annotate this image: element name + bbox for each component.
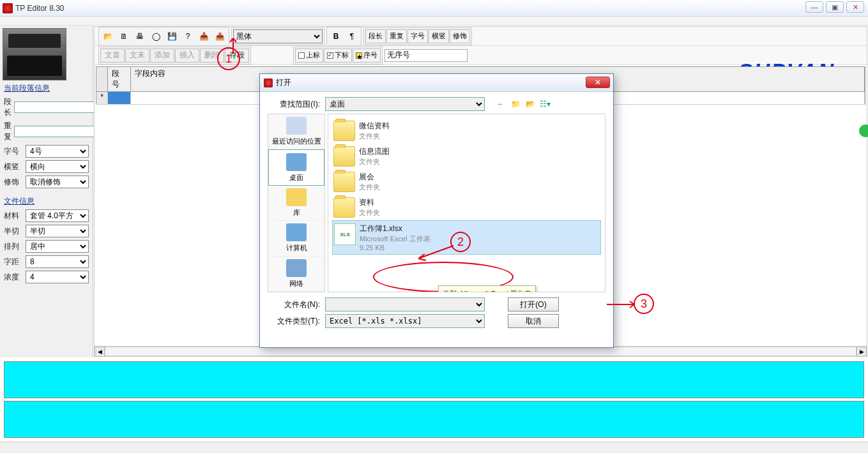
filetype-select[interactable]: Excel [*.xls *.xlsx]: [325, 314, 485, 328]
app-icon: [3, 3, 13, 13]
filetype-label: 文件类型(T):: [268, 316, 320, 327]
section-paragraph-info: 当前段落信息: [1, 82, 91, 95]
new-icon[interactable]: 🗎: [116, 29, 132, 44]
open-icon[interactable]: 📂: [100, 29, 116, 44]
btn-add[interactable]: 添加: [150, 49, 174, 63]
grid-corner: [96, 67, 108, 91]
print-icon[interactable]: 🖶: [132, 29, 148, 44]
filename-select[interactable]: [325, 297, 485, 311]
export-icon[interactable]: 📤: [212, 29, 227, 44]
folder-item[interactable]: 资料文件夹: [332, 195, 601, 220]
select-align[interactable]: 居中: [26, 240, 89, 253]
btn-fontsize[interactable]: 字号: [407, 29, 428, 43]
btn-doc-end[interactable]: 文末: [125, 49, 149, 63]
filename-label: 文件名(N):: [268, 299, 320, 310]
folder-icon: [333, 121, 355, 141]
label-orientation: 横竖: [4, 161, 23, 172]
btn-repeat[interactable]: 重复: [386, 29, 407, 43]
chk-sequence[interactable]: ★序号: [353, 49, 381, 63]
file-item-xlsx[interactable]: XLS 工作簿1.xlsx Microsoft Excel 工作表 9.25 K…: [332, 220, 601, 255]
label-spacing: 字距: [4, 257, 23, 267]
side-indicator-icon: [859, 124, 868, 137]
folder-item[interactable]: 信息流图文件夹: [332, 144, 601, 169]
btn-delete-seg[interactable]: 删段: [200, 49, 224, 63]
minimize-button[interactable]: —: [805, 1, 823, 13]
up-folder-icon[interactable]: 📁: [510, 98, 521, 110]
lookin-label: 查找范围(I):: [268, 99, 320, 110]
back-icon[interactable]: ←: [495, 98, 506, 110]
dialog-title: 打开: [276, 77, 291, 88]
label-material: 材料: [4, 211, 23, 221]
view-menu-icon[interactable]: ☷▾: [539, 98, 551, 110]
device-preview-image: [3, 28, 66, 80]
lookin-select[interactable]: 桌面: [325, 97, 485, 111]
scroll-track[interactable]: [105, 347, 857, 356]
close-button[interactable]: ✕: [846, 1, 864, 13]
select-material[interactable]: 套管 4.0平方: [26, 209, 89, 222]
select-density[interactable]: 4: [26, 271, 89, 283]
btn-doc-start[interactable]: 文首: [100, 49, 125, 63]
place-libraries[interactable]: 库: [268, 186, 324, 221]
btn-save-seg[interactable]: 存段: [225, 49, 249, 63]
select-spacing[interactable]: 8: [26, 255, 89, 268]
chk-superscript[interactable]: 上标: [295, 49, 323, 63]
tooltip-line: 类型: Microsoft Excel 工作表: [443, 288, 531, 292]
folder-icon: [333, 146, 355, 167]
window-title: TP Editor 8.30: [15, 4, 65, 13]
scroll-left-icon[interactable]: ◀: [95, 347, 105, 357]
excel-file-icon: XLS: [334, 223, 356, 245]
maximize-button[interactable]: ▣: [826, 1, 844, 13]
font-select[interactable]: 黑体: [233, 29, 323, 43]
btn-seglen[interactable]: 段长: [365, 29, 386, 43]
label-halfcut: 半切: [4, 226, 23, 237]
file-tooltip: 类型: Microsoft Excel 工作表 大小: 9.25 KB 修改日期…: [438, 285, 536, 292]
dialog-close-button[interactable]: ✕: [586, 77, 610, 88]
section-file-info: 文件信息: [1, 195, 91, 208]
btn-insert[interactable]: 插入: [175, 49, 199, 63]
left-panel: 当前段落信息 段长 重复 字号4号 横竖横向 修饰取消修饰 文件信息 材料套管 …: [0, 26, 93, 357]
folder-icon: [333, 197, 355, 218]
bold-button[interactable]: B: [328, 29, 344, 44]
place-desktop[interactable]: 桌面: [268, 149, 324, 185]
folder-icon: [333, 172, 355, 192]
scroll-right-icon[interactable]: ▶: [857, 347, 867, 357]
label-density: 浓度: [4, 272, 23, 283]
select-halfcut[interactable]: 半切: [26, 225, 89, 237]
btn-orientation[interactable]: 横竖: [429, 29, 449, 43]
window-controls: — ▣ ✕: [805, 1, 864, 13]
toolbar-main: 📂 🗎 🖶 ◯ 💾 ? 📥 📤 黑体 B ¶ 段长 重复 字号 横竖: [95, 27, 867, 46]
status-bar: [0, 442, 868, 453]
pilcrow-button[interactable]: ¶: [344, 29, 360, 44]
select-fontsize[interactable]: 4号: [26, 145, 89, 158]
cancel-button[interactable]: 取消: [508, 314, 559, 328]
grid-cell-segno[interactable]: [108, 92, 131, 104]
place-computer[interactable]: 计算机: [268, 221, 324, 256]
open-button[interactable]: 打开(O): [508, 297, 559, 311]
label-preview-strip: [4, 361, 864, 398]
label-align: 排列: [4, 241, 23, 252]
stop-icon[interactable]: ◯: [148, 29, 164, 44]
window-titlebar: TP Editor 8.30 — ▣ ✕: [0, 0, 868, 17]
dialog-icon: [264, 79, 273, 87]
chk-subscript[interactable]: 下标: [324, 49, 352, 63]
grid-row-marker: *: [96, 92, 108, 104]
dialog-titlebar[interactable]: 打开 ✕: [260, 74, 613, 92]
help-icon[interactable]: ?: [180, 29, 195, 44]
places-bar: 最近访问的位置 桌面 库 计算机 网络: [268, 114, 325, 292]
open-dialog: 打开 ✕ 查找范围(I): 桌面 ← 📁 📂 ☷▾ 最近访问的位置 桌面 库 计…: [259, 73, 614, 348]
select-orientation[interactable]: 横向: [26, 160, 89, 173]
sequence-input[interactable]: [385, 49, 468, 62]
save-icon[interactable]: 💾: [164, 29, 179, 44]
label-fontsize: 字号: [4, 146, 23, 157]
menu-bar: [0, 17, 868, 26]
file-list[interactable]: 微信资料文件夹 信息流图文件夹 展会文件夹 资料文件夹 XLS: [328, 114, 605, 292]
folder-item[interactable]: 展会文件夹: [332, 169, 601, 195]
select-decoration[interactable]: 取消修饰: [26, 176, 89, 188]
new-folder-icon[interactable]: 📂: [524, 98, 536, 110]
btn-decoration[interactable]: 修饰: [450, 29, 470, 43]
place-recent[interactable]: 最近访问的位置: [268, 114, 324, 149]
folder-item[interactable]: 微信资料文件夹: [332, 118, 601, 144]
place-network[interactable]: 网络: [268, 257, 324, 292]
label-repeat: 重复: [4, 121, 11, 142]
import-icon[interactable]: 📥: [196, 29, 211, 44]
